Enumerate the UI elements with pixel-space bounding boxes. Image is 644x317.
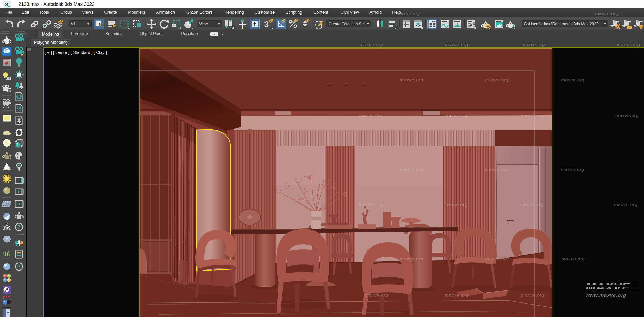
svg-text:?: ? [17,264,20,269]
svg-text:3: 3 [264,20,269,29]
svg-text:?: ? [17,224,20,230]
svg-text:3: 3 [5,1,8,7]
svg-text:{: { [314,20,318,29]
